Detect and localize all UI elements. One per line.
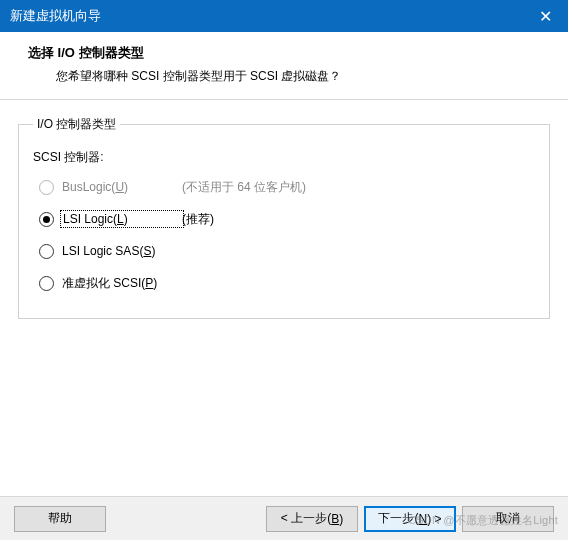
page-title: 选择 I/O 控制器类型: [28, 44, 558, 62]
wizard-footer: 帮助 < 上一步(B) 下一步(N) > 取消: [0, 496, 568, 540]
option-label-lsi-logic-sas: LSI Logic SAS(S): [62, 244, 182, 258]
option-lsi-logic-sas[interactable]: LSI Logic SAS(S): [33, 240, 535, 262]
close-icon[interactable]: ✕: [522, 0, 568, 32]
titlebar: 新建虚拟机向导 ✕: [0, 0, 568, 32]
option-lsi-logic[interactable]: LSI Logic(L) (推荐): [33, 208, 535, 230]
group-legend: I/O 控制器类型: [33, 116, 120, 133]
content-area: I/O 控制器类型 SCSI 控制器: BusLogic(U) (不适用于 64…: [0, 100, 568, 319]
window-title: 新建虚拟机向导: [10, 7, 522, 25]
back-button[interactable]: < 上一步(B): [266, 506, 358, 532]
option-note-lsi-logic: (推荐): [182, 211, 214, 228]
option-buslogic: BusLogic(U) (不适用于 64 位客户机): [33, 176, 535, 198]
option-label-buslogic: BusLogic(U): [62, 180, 182, 194]
next-button[interactable]: 下一步(N) >: [364, 506, 456, 532]
radio-buslogic: [39, 180, 54, 195]
radio-lsi-logic[interactable]: [39, 212, 54, 227]
cancel-button[interactable]: 取消: [462, 506, 554, 532]
help-button[interactable]: 帮助: [14, 506, 106, 532]
option-note-buslogic: (不适用于 64 位客户机): [182, 179, 306, 196]
radio-lsi-logic-sas[interactable]: [39, 244, 54, 259]
radio-paravirtual-scsi[interactable]: [39, 276, 54, 291]
option-paravirtual-scsi[interactable]: 准虚拟化 SCSI(P): [33, 272, 535, 294]
option-label-lsi-logic: LSI Logic(L): [62, 212, 182, 226]
wizard-header: 选择 I/O 控制器类型 您希望将哪种 SCSI 控制器类型用于 SCSI 虚拟…: [0, 32, 568, 100]
io-controller-group: I/O 控制器类型 SCSI 控制器: BusLogic(U) (不适用于 64…: [18, 116, 550, 319]
scsi-controller-label: SCSI 控制器:: [33, 149, 535, 166]
option-label-paravirtual-scsi: 准虚拟化 SCSI(P): [62, 275, 182, 292]
page-subtitle: 您希望将哪种 SCSI 控制器类型用于 SCSI 虚拟磁盘？: [56, 68, 558, 85]
